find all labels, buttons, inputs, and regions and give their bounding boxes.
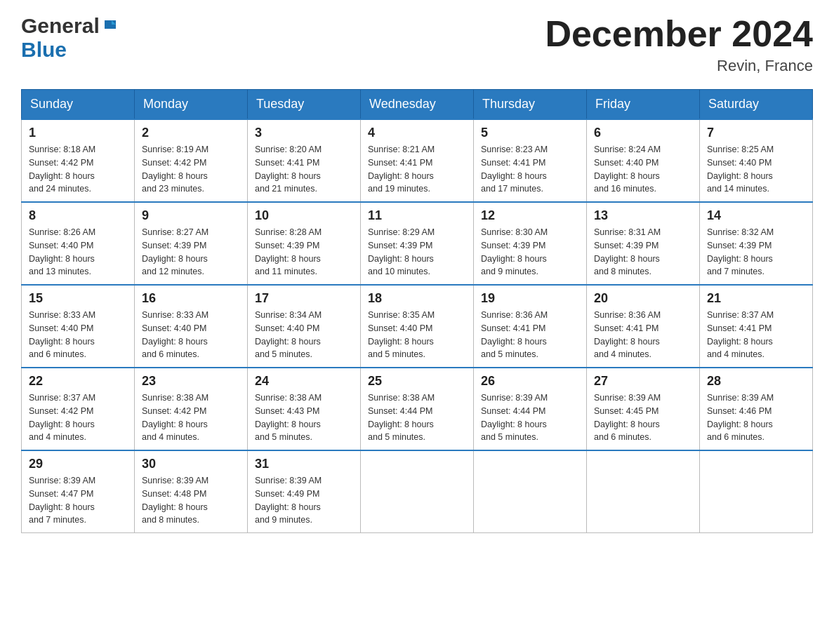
calendar-cell	[587, 450, 700, 533]
calendar-week-row: 8Sunrise: 8:26 AMSunset: 4:40 PMDaylight…	[22, 202, 813, 285]
day-number: 9	[142, 208, 240, 223]
day-info: Sunrise: 8:21 AMSunset: 4:41 PMDaylight:…	[368, 143, 466, 196]
calendar-week-row: 22Sunrise: 8:37 AMSunset: 4:42 PMDayligh…	[22, 368, 813, 450]
day-info: Sunrise: 8:29 AMSunset: 4:39 PMDaylight:…	[368, 226, 466, 279]
weekday-header-wednesday: Wednesday	[361, 90, 474, 120]
logo: General Blue	[21, 14, 119, 62]
day-number: 20	[594, 291, 692, 306]
day-number: 26	[481, 374, 579, 389]
day-info: Sunrise: 8:38 AMSunset: 4:44 PMDaylight:…	[368, 391, 466, 444]
day-number: 25	[368, 374, 466, 389]
calendar-cell: 10Sunrise: 8:28 AMSunset: 4:39 PMDayligh…	[248, 202, 361, 285]
day-number: 2	[142, 126, 240, 140]
calendar-cell: 19Sunrise: 8:36 AMSunset: 4:41 PMDayligh…	[474, 285, 587, 368]
calendar-cell: 18Sunrise: 8:35 AMSunset: 4:40 PMDayligh…	[361, 285, 474, 368]
day-info: Sunrise: 8:39 AMSunset: 4:47 PMDaylight:…	[29, 474, 127, 527]
day-info: Sunrise: 8:31 AMSunset: 4:39 PMDaylight:…	[594, 226, 692, 279]
day-number: 5	[481, 126, 579, 140]
calendar-cell: 25Sunrise: 8:38 AMSunset: 4:44 PMDayligh…	[361, 368, 474, 450]
day-number: 8	[29, 208, 127, 223]
weekday-header-friday: Friday	[587, 90, 700, 120]
day-info: Sunrise: 8:39 AMSunset: 4:46 PMDaylight:…	[707, 391, 805, 444]
day-number: 11	[368, 208, 466, 223]
day-number: 12	[481, 208, 579, 223]
day-number: 16	[142, 291, 240, 306]
day-info: Sunrise: 8:18 AMSunset: 4:42 PMDaylight:…	[29, 143, 127, 196]
calendar-cell: 5Sunrise: 8:23 AMSunset: 4:41 PMDaylight…	[474, 119, 587, 202]
day-info: Sunrise: 8:36 AMSunset: 4:41 PMDaylight:…	[594, 309, 692, 361]
day-number: 3	[255, 126, 353, 140]
calendar-cell: 30Sunrise: 8:39 AMSunset: 4:48 PMDayligh…	[135, 450, 248, 533]
day-info: Sunrise: 8:39 AMSunset: 4:44 PMDaylight:…	[481, 391, 579, 444]
day-info: Sunrise: 8:32 AMSunset: 4:39 PMDaylight:…	[707, 226, 805, 279]
day-info: Sunrise: 8:33 AMSunset: 4:40 PMDaylight:…	[142, 309, 240, 361]
calendar-cell: 11Sunrise: 8:29 AMSunset: 4:39 PMDayligh…	[361, 202, 474, 285]
day-number: 30	[142, 457, 240, 471]
weekday-header-sunday: Sunday	[22, 90, 135, 120]
day-number: 17	[255, 291, 353, 306]
logo-general-text: General	[21, 14, 100, 38]
day-number: 10	[255, 208, 353, 223]
logo-blue-text: Blue	[21, 38, 67, 61]
day-number: 21	[707, 291, 805, 306]
calendar-cell: 22Sunrise: 8:37 AMSunset: 4:42 PMDayligh…	[22, 368, 135, 450]
day-info: Sunrise: 8:34 AMSunset: 4:40 PMDaylight:…	[255, 309, 353, 361]
day-info: Sunrise: 8:38 AMSunset: 4:42 PMDaylight:…	[142, 391, 240, 444]
day-info: Sunrise: 8:26 AMSunset: 4:40 PMDaylight:…	[29, 226, 127, 279]
calendar-cell	[361, 450, 474, 533]
day-info: Sunrise: 8:39 AMSunset: 4:48 PMDaylight:…	[142, 474, 240, 527]
day-number: 31	[255, 457, 353, 471]
calendar-cell: 2Sunrise: 8:19 AMSunset: 4:42 PMDaylight…	[135, 119, 248, 202]
day-info: Sunrise: 8:37 AMSunset: 4:41 PMDaylight:…	[707, 309, 805, 361]
weekday-header-saturday: Saturday	[700, 90, 813, 120]
location-text: Revin, France	[545, 57, 813, 75]
calendar-cell: 27Sunrise: 8:39 AMSunset: 4:45 PMDayligh…	[587, 368, 700, 450]
day-info: Sunrise: 8:19 AMSunset: 4:42 PMDaylight:…	[142, 143, 240, 196]
day-info: Sunrise: 8:28 AMSunset: 4:39 PMDaylight:…	[255, 226, 353, 279]
day-number: 7	[707, 126, 805, 140]
calendar-cell: 8Sunrise: 8:26 AMSunset: 4:40 PMDaylight…	[22, 202, 135, 285]
day-number: 4	[368, 126, 466, 140]
calendar-cell: 1Sunrise: 8:18 AMSunset: 4:42 PMDaylight…	[22, 119, 135, 202]
calendar-cell: 13Sunrise: 8:31 AMSunset: 4:39 PMDayligh…	[587, 202, 700, 285]
calendar-cell: 16Sunrise: 8:33 AMSunset: 4:40 PMDayligh…	[135, 285, 248, 368]
day-number: 22	[29, 374, 127, 389]
calendar-cell: 20Sunrise: 8:36 AMSunset: 4:41 PMDayligh…	[587, 285, 700, 368]
calendar-cell: 4Sunrise: 8:21 AMSunset: 4:41 PMDaylight…	[361, 119, 474, 202]
day-info: Sunrise: 8:30 AMSunset: 4:39 PMDaylight:…	[481, 226, 579, 279]
calendar-cell: 28Sunrise: 8:39 AMSunset: 4:46 PMDayligh…	[700, 368, 813, 450]
day-info: Sunrise: 8:33 AMSunset: 4:40 PMDaylight:…	[29, 309, 127, 361]
calendar-cell: 9Sunrise: 8:27 AMSunset: 4:39 PMDaylight…	[135, 202, 248, 285]
calendar-table: SundayMondayTuesdayWednesdayThursdayFrid…	[21, 89, 813, 533]
calendar-cell: 15Sunrise: 8:33 AMSunset: 4:40 PMDayligh…	[22, 285, 135, 368]
day-number: 13	[594, 208, 692, 223]
day-number: 29	[29, 457, 127, 471]
calendar-week-row: 29Sunrise: 8:39 AMSunset: 4:47 PMDayligh…	[22, 450, 813, 533]
day-info: Sunrise: 8:35 AMSunset: 4:40 PMDaylight:…	[368, 309, 466, 361]
calendar-cell: 26Sunrise: 8:39 AMSunset: 4:44 PMDayligh…	[474, 368, 587, 450]
day-info: Sunrise: 8:38 AMSunset: 4:43 PMDaylight:…	[255, 391, 353, 444]
calendar-week-row: 15Sunrise: 8:33 AMSunset: 4:40 PMDayligh…	[22, 285, 813, 368]
calendar-cell: 17Sunrise: 8:34 AMSunset: 4:40 PMDayligh…	[248, 285, 361, 368]
calendar-cell: 12Sunrise: 8:30 AMSunset: 4:39 PMDayligh…	[474, 202, 587, 285]
day-number: 1	[29, 126, 127, 140]
weekday-header-monday: Monday	[135, 90, 248, 120]
calendar-cell: 7Sunrise: 8:25 AMSunset: 4:40 PMDaylight…	[700, 119, 813, 202]
day-info: Sunrise: 8:39 AMSunset: 4:49 PMDaylight:…	[255, 474, 353, 527]
calendar-cell: 3Sunrise: 8:20 AMSunset: 4:41 PMDaylight…	[248, 119, 361, 202]
calendar-cell: 21Sunrise: 8:37 AMSunset: 4:41 PMDayligh…	[700, 285, 813, 368]
calendar-week-row: 1Sunrise: 8:18 AMSunset: 4:42 PMDaylight…	[22, 119, 813, 202]
page-header: General Blue December 2024 Revin, France	[21, 14, 813, 75]
day-info: Sunrise: 8:24 AMSunset: 4:40 PMDaylight:…	[594, 143, 692, 196]
day-number: 27	[594, 374, 692, 389]
day-number: 15	[29, 291, 127, 306]
calendar-cell	[700, 450, 813, 533]
weekday-header-thursday: Thursday	[474, 90, 587, 120]
day-info: Sunrise: 8:37 AMSunset: 4:42 PMDaylight:…	[29, 391, 127, 444]
day-info: Sunrise: 8:36 AMSunset: 4:41 PMDaylight:…	[481, 309, 579, 361]
calendar-cell: 23Sunrise: 8:38 AMSunset: 4:42 PMDayligh…	[135, 368, 248, 450]
day-number: 6	[594, 126, 692, 140]
day-info: Sunrise: 8:27 AMSunset: 4:39 PMDaylight:…	[142, 226, 240, 279]
day-number: 18	[368, 291, 466, 306]
day-number: 24	[255, 374, 353, 389]
